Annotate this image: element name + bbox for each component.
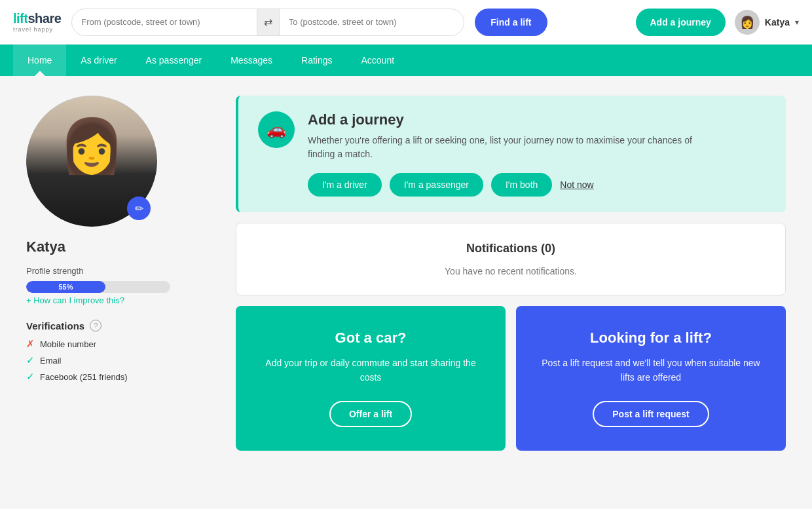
swap-button[interactable]: ⇄ <box>257 9 280 35</box>
verification-mobile: ✗ Mobile number <box>26 338 223 350</box>
verification-email-label: Email <box>40 356 62 366</box>
progress-bar: 55% <box>26 281 170 293</box>
to-input[interactable] <box>280 17 464 27</box>
profile-name: Katya <box>26 238 65 255</box>
logo[interactable]: liftshare travel happy <box>13 11 61 33</box>
verification-mobile-label: Mobile number <box>40 339 96 349</box>
avatar-photo: 👩 <box>740 15 754 29</box>
logo-tagline: travel happy <box>13 26 61 33</box>
add-journey-title: Add a journey <box>308 111 714 128</box>
main-nav: Home As driver As passenger Messages Rat… <box>0 45 812 76</box>
logo-text: liftshare travel happy <box>13 11 61 33</box>
not-now-button[interactable]: Not now <box>560 179 593 190</box>
got-car-description: Add your trip or daily commute and start… <box>255 356 486 385</box>
got-car-card: Got a car? Add your trip or daily commut… <box>236 306 506 451</box>
progress-label: 55% <box>58 283 73 291</box>
nav-item-account[interactable]: Account <box>346 45 409 76</box>
progress-bar-fill: 55% <box>26 281 105 293</box>
header-right: Add a journey 👩 Katya ▾ <box>636 9 800 36</box>
notifications-card: Notifications (0) You have no recent not… <box>236 223 786 295</box>
user-name: Katya <box>765 17 790 28</box>
nav-item-driver[interactable]: As driver <box>66 45 131 76</box>
main-content: ✏ Katya Profile strength 55% + How can I… <box>13 76 799 470</box>
profile-avatar-wrap: ✏ <box>26 96 157 227</box>
nav-item-ratings[interactable]: Ratings <box>287 45 346 76</box>
verifications-header: Verifications ? <box>26 320 223 331</box>
avatar: 👩 <box>735 10 760 35</box>
verification-email: ✓ Email <box>26 354 223 366</box>
swap-icon: ⇄ <box>264 16 272 28</box>
verifications-section: Verifications ? ✗ Mobile number ✓ Email … <box>26 320 223 387</box>
profile-strength-label: Profile strength <box>26 266 83 276</box>
notifications-empty: You have no recent notifications. <box>256 266 766 276</box>
header: liftshare travel happy ⇄ Find a lift Add… <box>0 0 812 45</box>
got-car-title: Got a car? <box>255 330 486 347</box>
nav-item-messages[interactable]: Messages <box>216 45 287 76</box>
journey-buttons: I'm a driver I'm a passenger I'm both No… <box>308 173 714 197</box>
logo-share: share <box>28 11 61 26</box>
user-menu[interactable]: 👩 Katya ▾ <box>735 10 799 35</box>
add-journey-content: Add a journey Whether you're offering a … <box>308 111 714 197</box>
add-journey-description: Whether you're offering a lift or seekin… <box>308 134 714 161</box>
help-icon[interactable]: ? <box>90 320 101 331</box>
looking-title: Looking for a lift? <box>536 330 766 347</box>
looking-card: Looking for a lift? Post a lift request … <box>516 306 786 451</box>
post-lift-request-button[interactable]: Post a lift request <box>593 401 709 427</box>
looking-description: Post a lift request and we'll tell you w… <box>536 356 766 385</box>
search-form: ⇄ <box>71 9 464 36</box>
improve-link[interactable]: + How can I improve this? <box>26 295 124 305</box>
verification-facebook: ✓ Facebook (251 friends) <box>26 371 223 383</box>
offer-lift-button[interactable]: Offer a lift <box>329 401 412 427</box>
both-button[interactable]: I'm both <box>491 173 552 197</box>
from-input[interactable] <box>72 17 257 27</box>
check-icon: ✓ <box>26 354 35 366</box>
nav-item-home[interactable]: Home <box>13 45 66 76</box>
logo-brand: liftshare <box>13 11 61 26</box>
verifications-title: Verifications <box>26 320 84 331</box>
add-journey-card: 🚗 Add a journey Whether you're offering … <box>236 96 786 212</box>
logo-lift: lift <box>13 11 28 26</box>
edit-avatar-button[interactable]: ✏ <box>127 197 151 220</box>
chevron-down-icon: ▾ <box>795 18 799 27</box>
nav-item-passenger[interactable]: As passenger <box>132 45 217 76</box>
add-journey-header-button[interactable]: Add a journey <box>636 9 726 36</box>
passenger-button[interactable]: I'm a passenger <box>390 173 483 197</box>
car-icon: 🚗 <box>267 121 286 139</box>
find-lift-button[interactable]: Find a lift <box>475 9 547 36</box>
right-panel: 🚗 Add a journey Whether you're offering … <box>236 96 786 451</box>
verification-facebook-label: Facebook (251 friends) <box>40 372 128 382</box>
check-icon-2: ✓ <box>26 371 35 383</box>
notifications-title: Notifications (0) <box>256 242 766 255</box>
left-panel: ✏ Katya Profile strength 55% + How can I… <box>26 96 223 451</box>
pencil-icon: ✏ <box>135 202 143 215</box>
car-icon-circle: 🚗 <box>258 111 295 148</box>
cross-icon: ✗ <box>26 338 35 350</box>
bottom-cards: Got a car? Add your trip or daily commut… <box>236 306 786 451</box>
driver-button[interactable]: I'm a driver <box>308 173 382 197</box>
